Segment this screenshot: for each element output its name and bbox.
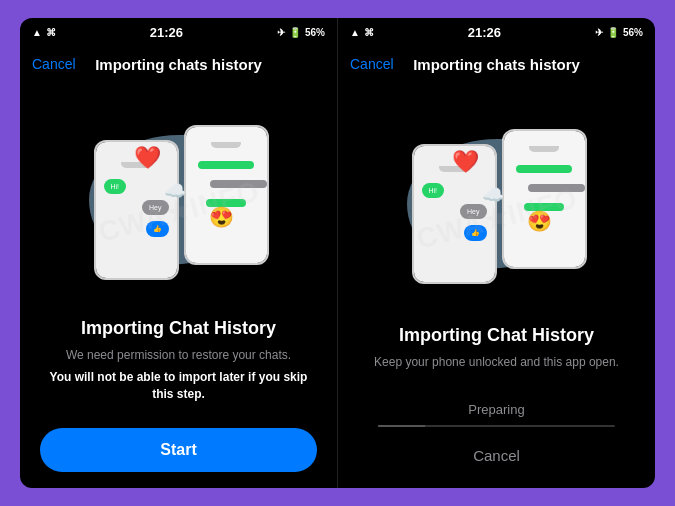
left-airplane-icon: ✈ xyxy=(277,27,285,38)
left-msg2 xyxy=(210,180,267,188)
right-status-right: ✈ 🔋 56% xyxy=(595,27,643,38)
left-status-bar: ▲ ⌘ 21:26 ✈ 🔋 56% xyxy=(20,18,337,46)
left-bubble-1: Hi! xyxy=(104,179,127,194)
right-preparing-label: Preparing xyxy=(378,402,615,417)
right-nav-title: Importing chats history xyxy=(413,56,580,73)
right-bubble-1: Hi! xyxy=(422,183,445,198)
right-progress-area: Preparing Cancel xyxy=(358,402,635,472)
right-bubble-2: Hey xyxy=(460,204,486,219)
left-cloud-icon: ☁️ xyxy=(164,180,186,202)
left-bubble-3: 👍 xyxy=(146,221,169,237)
left-emoji-icon: 😍 xyxy=(209,205,234,229)
left-content-area: Importing Chat History We need permissio… xyxy=(20,318,337,418)
left-msg1 xyxy=(198,161,255,169)
left-main-title: Importing Chat History xyxy=(40,318,317,339)
left-nav-bar: Cancel Importing chats history xyxy=(20,46,337,82)
right-status-left: ▲ ⌘ xyxy=(350,27,374,38)
right-sub-text: Keep your phone unlocked and this app op… xyxy=(358,354,635,371)
right-bottom-area: Preparing Cancel xyxy=(338,392,655,488)
right-heart-icon: ❤️ xyxy=(452,149,479,175)
left-bubble-2: Hey xyxy=(142,200,168,215)
left-heart-icon: ❤️ xyxy=(134,145,161,171)
left-time: 21:26 xyxy=(150,25,183,40)
right-msg1 xyxy=(516,165,573,173)
right-phone-back xyxy=(502,129,587,269)
left-bottom-area: Start xyxy=(20,418,337,488)
right-status-bar: ▲ ⌘ 21:26 ✈ 🔋 56% xyxy=(338,18,655,46)
right-panel: ▲ ⌘ 21:26 ✈ 🔋 56% Cancel Importing chats… xyxy=(338,18,655,488)
left-panel: ▲ ⌘ 21:26 ✈ 🔋 56% Cancel Importing chats… xyxy=(20,18,338,488)
app-container: ▲ ⌘ 21:26 ✈ 🔋 56% Cancel Importing chats… xyxy=(20,18,655,488)
left-phone-back xyxy=(184,125,269,265)
left-nav-title: Importing chats history xyxy=(95,56,262,73)
right-phone-scene: Hi! Hey 👍 ❤️ ☁️ 😍 xyxy=(397,119,597,289)
right-battery-icon: 🔋 xyxy=(607,27,619,38)
right-phone-back-screen xyxy=(504,131,585,267)
right-nav-bar: Cancel Importing chats history xyxy=(338,46,655,82)
right-content-area: Importing Chat History Keep your phone u… xyxy=(338,325,655,392)
right-battery-pct: 56% xyxy=(623,27,643,38)
right-wifi-icon: ⌘ xyxy=(364,27,374,38)
right-progress-fill xyxy=(378,425,425,427)
left-status-left: ▲ ⌘ xyxy=(32,27,56,38)
right-cancel-button[interactable]: Cancel xyxy=(378,439,615,472)
right-time: 21:26 xyxy=(468,25,501,40)
left-cancel-button[interactable]: Cancel xyxy=(32,56,76,72)
left-wifi-icon: ⌘ xyxy=(46,27,56,38)
left-bold-text: You will not be able to import later if … xyxy=(40,369,317,403)
right-cancel-nav-button[interactable]: Cancel xyxy=(350,56,394,72)
left-illustration: Hi! Hey 👍 ❤️ ☁️ 😍 CWA★INFO xyxy=(20,82,337,318)
left-battery-icon: 🔋 xyxy=(289,27,301,38)
left-sub-text: We need permission to restore your chats… xyxy=(40,347,317,364)
left-status-right: ✈ 🔋 56% xyxy=(277,27,325,38)
left-start-button[interactable]: Start xyxy=(40,428,317,472)
right-emoji-icon: 😍 xyxy=(527,209,552,233)
left-notch-back xyxy=(211,142,241,148)
right-progress-bar xyxy=(378,425,615,427)
right-main-title: Importing Chat History xyxy=(358,325,635,346)
right-airplane-icon: ✈ xyxy=(595,27,603,38)
right-bubble-3: 👍 xyxy=(464,225,487,241)
right-cloud-icon: ☁️ xyxy=(482,184,504,206)
left-signal-icon: ▲ xyxy=(32,27,42,38)
right-notch-back xyxy=(529,146,559,152)
right-msg2 xyxy=(528,184,585,192)
right-illustration: Hi! Hey 👍 ❤️ ☁️ 😍 CWA★INFO xyxy=(338,82,655,325)
right-signal-icon: ▲ xyxy=(350,27,360,38)
left-phone-back-screen xyxy=(186,127,267,263)
left-battery-pct: 56% xyxy=(305,27,325,38)
left-phone-scene: Hi! Hey 👍 ❤️ ☁️ 😍 xyxy=(79,115,279,285)
